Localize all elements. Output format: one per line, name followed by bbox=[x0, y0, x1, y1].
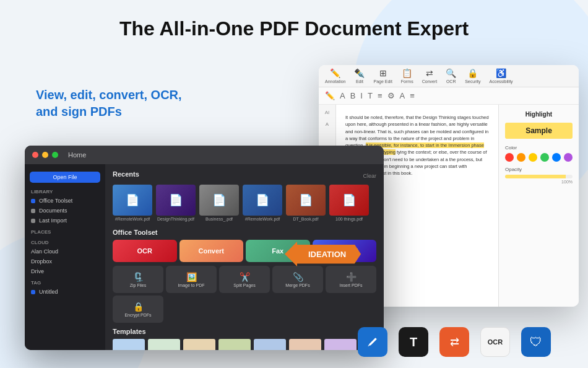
recent-thumb: 📄 bbox=[156, 185, 196, 216]
list-item[interactable]: Grant bbox=[289, 339, 321, 350]
recent-thumb: 📄 bbox=[199, 185, 239, 216]
open-file-button[interactable]: Open File bbox=[30, 172, 100, 183]
list-item[interactable]: Shareholder bbox=[148, 339, 180, 350]
pen-tool-icon[interactable] bbox=[358, 327, 387, 357]
sidebar-item-office-toolset[interactable]: Office Toolset bbox=[25, 196, 105, 206]
security-tool[interactable]: 🔒 Security bbox=[465, 68, 480, 84]
insert-pdfs-button[interactable]: ➕ Insert PDFs bbox=[326, 266, 376, 293]
recent-thumb: 📄 bbox=[286, 185, 326, 216]
text-tool-icon[interactable]: T bbox=[399, 327, 428, 357]
image-icon: 🖼️ bbox=[186, 272, 197, 282]
list-item[interactable]: Event bbox=[324, 339, 357, 350]
sidebar-dot bbox=[31, 219, 35, 223]
sidebar-item-drive[interactable]: Drive bbox=[25, 266, 105, 276]
ocr-tool-icon[interactable]: OCR bbox=[480, 327, 510, 357]
text-label[interactable]: A bbox=[326, 121, 329, 127]
list-item[interactable]: 📄 DesignThinking.pdf bbox=[156, 185, 196, 222]
panel-title: Highlight bbox=[505, 111, 573, 118]
image-to-pdf-button[interactable]: 🖼️ Image to PDF bbox=[166, 266, 217, 293]
subtitle: View, edit, convert, OCR, and sign PDFs bbox=[36, 87, 182, 120]
accessibility-icon: ♿ bbox=[496, 68, 506, 78]
align-sub-icon[interactable]: ≡ bbox=[410, 91, 415, 100]
text-sub-icon[interactable]: A bbox=[340, 91, 345, 100]
ai-label[interactable]: AI bbox=[325, 110, 330, 115]
pen-sub-icon[interactable]: ✏️ bbox=[325, 91, 335, 100]
template-thumb bbox=[254, 339, 286, 350]
encrypt-pdfs-button[interactable]: 🔒 Encrypt PDFs bbox=[113, 296, 163, 323]
split-icon: ✂️ bbox=[240, 272, 250, 282]
color-red[interactable] bbox=[505, 153, 514, 162]
maximize-dot[interactable] bbox=[52, 152, 58, 158]
color-picker bbox=[505, 153, 573, 162]
toolset-label: Office Toolset bbox=[113, 229, 376, 236]
sidebar-dot bbox=[31, 290, 35, 294]
settings-sub-icon[interactable]: ⚙ bbox=[387, 91, 395, 100]
shield-tool-icon[interactable]: 🛡 bbox=[521, 327, 551, 357]
ocr-tool[interactable]: 🔍 OCR bbox=[446, 68, 456, 84]
page-title: The All-in-One PDF Document Expert bbox=[0, 17, 588, 40]
type-sub-icon[interactable]: T bbox=[368, 91, 373, 100]
sidebar-item-last-import[interactable]: Last Import bbox=[25, 216, 105, 226]
italic-sub-icon[interactable]: I bbox=[360, 91, 363, 100]
font-sub-icon[interactable]: A bbox=[400, 91, 405, 100]
list-item[interactable]: 📄 100 things.pdf bbox=[329, 185, 369, 222]
convert-tool-icon[interactable]: ⇄ bbox=[439, 327, 469, 357]
subtitle-line1: View, edit, convert, OCR, bbox=[36, 87, 182, 103]
list-item[interactable]: 📄 DT_Book.pdf bbox=[286, 185, 326, 222]
list-item[interactable]: Construction bbox=[218, 339, 251, 350]
templates-row: Shareholder Statement Construction Budge… bbox=[113, 339, 376, 350]
sidebar-dot bbox=[31, 199, 35, 203]
ideation-label: IDEATION bbox=[297, 245, 361, 264]
library-label: LIBRARY bbox=[25, 185, 105, 196]
convert-tool[interactable]: ⇄ Convert bbox=[422, 68, 438, 84]
list-item[interactable]: 📄 #RemoteWork.pdf bbox=[113, 185, 152, 222]
cloud-label: CLOUD bbox=[25, 236, 105, 247]
pdf-toolbar: ✏️ Annotation ✒️ Edit ⊞ Page Edit 📋 Form… bbox=[319, 65, 579, 87]
minimize-dot[interactable] bbox=[42, 152, 48, 158]
annotation-tool[interactable]: ✏️ Annotation bbox=[325, 68, 345, 84]
title-bar: Home bbox=[25, 146, 384, 164]
merge-pdfs-button[interactable]: 📎 Merge PDFs bbox=[272, 266, 323, 293]
sidebar-item-documents[interactable]: Documents bbox=[25, 206, 105, 216]
color-purple[interactable] bbox=[564, 153, 573, 162]
pdf-right-panel: Highlight Sample Color Opacity 100% bbox=[498, 105, 579, 307]
color-green[interactable] bbox=[540, 153, 549, 162]
highlight-sample: Sample bbox=[505, 123, 573, 139]
bold-sub-icon[interactable]: B bbox=[350, 91, 356, 100]
template-thumb bbox=[289, 339, 321, 350]
forms-tool[interactable]: 📋 Forms bbox=[401, 68, 413, 84]
convert-tool-button[interactable]: Convert bbox=[179, 240, 244, 262]
close-dot[interactable] bbox=[32, 152, 38, 158]
security-icon: 🔒 bbox=[467, 68, 478, 78]
sidebar-item-alan-cloud[interactable]: Alan Cloud bbox=[25, 247, 105, 256]
template-thumb bbox=[324, 339, 357, 350]
opacity-value: 100% bbox=[505, 180, 573, 184]
color-blue[interactable] bbox=[552, 153, 561, 162]
lock-icon: 🔒 bbox=[133, 302, 144, 312]
zip-icon: 🗜️ bbox=[133, 272, 144, 282]
clear-button[interactable]: Clear bbox=[363, 173, 376, 179]
ocr-tool-button[interactable]: OCR bbox=[113, 240, 177, 262]
page-edit-tool[interactable]: ⊞ Page Edit bbox=[373, 68, 392, 84]
list-sub-icon[interactable]: ≡ bbox=[378, 91, 383, 100]
pdf-subtoolbar: ✏️ A B I T ≡ ⚙ A ≡ bbox=[319, 87, 579, 105]
sidebar-item-untitled[interactable]: Untitled bbox=[25, 287, 105, 297]
color-yellow[interactable] bbox=[529, 153, 537, 162]
edit-tool[interactable]: ✒️ Edit bbox=[354, 68, 365, 84]
sidebar-item-dropbox[interactable]: Dropbox bbox=[25, 256, 105, 266]
list-item[interactable]: Budget bbox=[254, 339, 286, 350]
accessibility-tool[interactable]: ♿ Accessibility bbox=[490, 68, 513, 84]
templates-label: Templates bbox=[113, 328, 376, 335]
list-item[interactable] bbox=[113, 339, 145, 350]
opacity-slider[interactable] bbox=[505, 175, 573, 178]
list-item[interactable]: 📄 Business_.pdf bbox=[199, 185, 239, 222]
split-pages-button[interactable]: ✂️ Split Pages bbox=[219, 266, 270, 293]
color-orange[interactable] bbox=[517, 153, 525, 162]
list-item[interactable]: Statement bbox=[183, 339, 215, 350]
list-item[interactable]: 📄 #RemoteWork.pdf bbox=[243, 185, 282, 222]
zip-files-button[interactable]: 🗜️ Zip Files bbox=[113, 266, 163, 293]
forms-icon: 📋 bbox=[402, 68, 412, 78]
convert-icon: ⇄ bbox=[426, 68, 433, 78]
merge-icon: 📎 bbox=[293, 272, 303, 282]
recent-thumb: 📄 bbox=[243, 185, 282, 216]
